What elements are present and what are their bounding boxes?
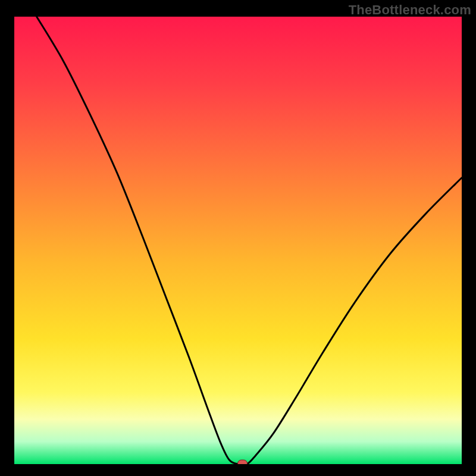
gradient-background xyxy=(14,17,462,464)
optimal-point-marker xyxy=(238,460,248,464)
chart-frame: TheBottleneck.com xyxy=(0,0,476,476)
bottleneck-chart xyxy=(14,17,462,464)
watermark-text: TheBottleneck.com xyxy=(349,2,471,18)
plot-area xyxy=(14,17,462,464)
